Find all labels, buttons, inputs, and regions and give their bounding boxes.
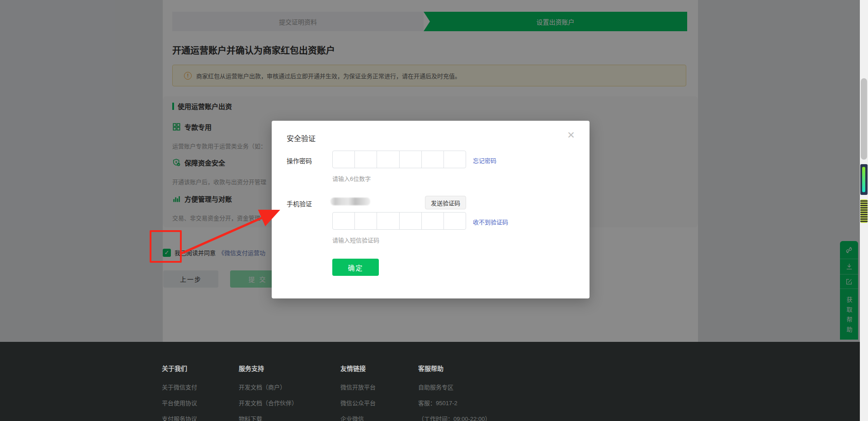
code-cell[interactable]	[377, 213, 399, 229]
forgot-password-link[interactable]: 忘记密码	[473, 156, 496, 165]
footer-col-customer-service: 客服帮助 自助服务专区 客服：95017-2 （工作时间：09:00-22:00…	[418, 364, 491, 421]
footer-link[interactable]: 平台使用协议	[162, 398, 197, 407]
code-cell[interactable]	[355, 213, 377, 229]
password-hint: 请输入6位数字	[332, 174, 371, 183]
no-code-received-link[interactable]: 收不到验证码	[473, 218, 508, 226]
code-cell[interactable]	[422, 213, 444, 229]
scrollbar-marker-striped	[860, 199, 868, 223]
code-cell[interactable]	[333, 213, 355, 229]
footer-heading: 客服帮助	[418, 364, 491, 373]
footer-heading: 关于我们	[162, 364, 197, 373]
code-cell[interactable]	[444, 213, 466, 229]
footer-col-about: 关于我们 关于微信支付 平台使用协议 支付服务协议	[162, 364, 197, 421]
footer-link[interactable]: 微信开放平台	[340, 383, 376, 391]
footer-link[interactable]: 关于微信支付	[162, 383, 197, 391]
sms-hint: 请输入短信验证码	[332, 236, 379, 244]
footer-link[interactable]: 微信公众平台	[340, 398, 376, 407]
password-label: 操作密码	[287, 156, 312, 165]
sms-label: 手机验证	[287, 199, 312, 208]
scrollbar-thumb[interactable]	[861, 78, 867, 160]
code-cell[interactable]	[400, 151, 422, 168]
footer-link[interactable]: 物料下载	[239, 414, 297, 421]
annotation-highlight-box	[150, 230, 182, 263]
footer-link[interactable]: 支付服务协议	[162, 414, 197, 421]
site-footer: 关于我们 关于微信支付 平台使用协议 支付服务协议 服务支持 开发文档（商户） …	[0, 342, 868, 421]
code-cell[interactable]	[355, 151, 377, 168]
security-verification-modal: 安全验证 ✕ 操作密码 忘记密码 请输入6位数字 手机验证 发送验证码 收不到验…	[272, 121, 590, 298]
send-code-button[interactable]: 发送验证码	[425, 196, 466, 209]
confirm-button[interactable]: 确定	[332, 259, 379, 276]
footer-heading: 友情链接	[340, 364, 376, 373]
close-icon[interactable]: ✕	[565, 129, 577, 142]
footer-col-support: 服务支持 开发文档（商户） 开发文档（合作伙伴） 物料下载	[239, 364, 297, 421]
footer-link[interactable]: 开发文档（合作伙伴）	[239, 398, 297, 407]
code-cell[interactable]	[377, 151, 399, 168]
password-code-input[interactable]	[332, 151, 466, 168]
footer-col-friend-links: 友情链接 微信开放平台 微信公众平台 企业微信	[340, 364, 376, 421]
code-cell[interactable]	[422, 151, 444, 168]
footer-service-hours: （工作时间：09:00-22:00）	[418, 414, 491, 421]
code-cell[interactable]	[400, 213, 422, 229]
code-cell[interactable]	[333, 151, 355, 168]
masked-phone-number	[330, 198, 370, 205]
page: 提交证明资料 设置出资账户 开通运营账户并确认为商家红包出资账户 ! 商家红包从…	[0, 0, 868, 421]
footer-service-phone: 客服：95017-2	[418, 398, 491, 407]
footer-link[interactable]: 自助服务专区	[418, 383, 491, 391]
footer-link[interactable]: 开发文档（商户）	[239, 383, 297, 391]
footer-heading: 服务支持	[239, 364, 297, 373]
code-cell[interactable]	[444, 151, 466, 168]
modal-title: 安全验证	[287, 132, 316, 143]
scrollbar-marker-gradient	[860, 164, 868, 195]
scrollbar-track[interactable]	[860, 0, 868, 421]
footer-link[interactable]: 企业微信	[340, 414, 376, 421]
sms-code-input[interactable]	[332, 212, 466, 230]
